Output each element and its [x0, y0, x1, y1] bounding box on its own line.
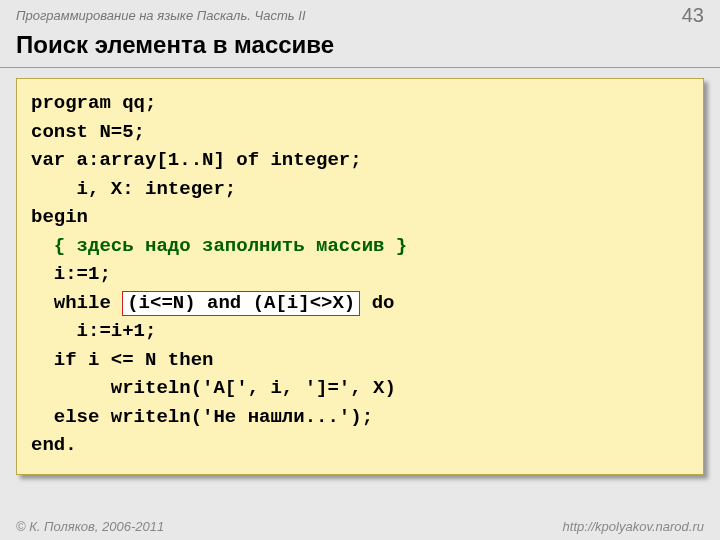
code-line: end.	[31, 434, 77, 456]
course-title: Программирование на языке Паскаль. Часть…	[16, 8, 306, 23]
code-line: i, X: integer;	[31, 178, 236, 200]
slide-header: Программирование на языке Паскаль. Часть…	[0, 0, 720, 29]
page-number: 43	[682, 4, 704, 27]
code-line: const N=5;	[31, 121, 145, 143]
code-line-pre: while	[31, 292, 122, 314]
page-title: Поиск элемента в массиве	[0, 29, 720, 68]
code-line: begin	[31, 206, 88, 228]
code-line-post: do	[360, 292, 394, 314]
slide-footer: © К. Поляков, 2006-2011 http://kpolyakov…	[0, 513, 720, 540]
code-line-indent	[31, 235, 54, 257]
code-line: writeln('A[', i, ']=', X)	[31, 377, 396, 399]
code-line: var a:array[1..N] of integer;	[31, 149, 362, 171]
code-comment: { здесь надо заполнить массив }	[54, 235, 407, 257]
code-line: program qq;	[31, 92, 156, 114]
content-area: program qq; const N=5; var a:array[1..N]…	[0, 68, 720, 475]
code-line: i:=1;	[31, 263, 111, 285]
copyright-text: © К. Поляков, 2006-2011	[16, 519, 164, 534]
code-highlight: (i<=N) and (A[i]<>X)	[122, 291, 360, 317]
code-line: i:=i+1;	[31, 320, 156, 342]
code-line: if i <= N then	[31, 349, 213, 371]
code-line: else writeln('Не нашли...');	[31, 406, 373, 428]
footer-url: http://kpolyakov.narod.ru	[563, 519, 704, 534]
code-block: program qq; const N=5; var a:array[1..N]…	[16, 78, 704, 475]
